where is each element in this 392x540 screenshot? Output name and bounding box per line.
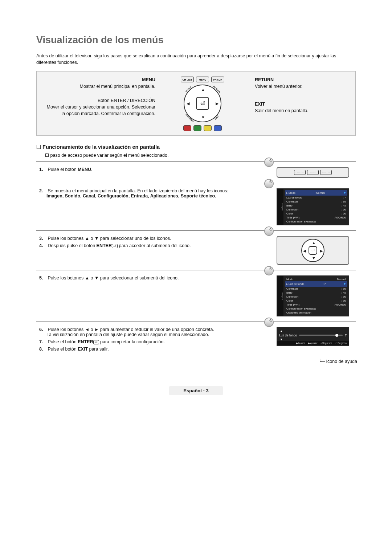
enter-glyph-icon: ⏎	[112, 244, 118, 248]
step-text: para salir.	[89, 347, 109, 352]
exit-desc: Salir del menú en pantalla.	[255, 108, 309, 113]
up-arrow-icon: ▲	[201, 87, 205, 92]
page-title: Visualización de los menús	[36, 34, 356, 48]
menu-label: MENU	[142, 77, 155, 82]
step-text: Pulse el botón	[48, 167, 78, 172]
step-text: Pulse los botones ▲ o ▼ para seleccionar…	[48, 236, 171, 241]
remote-thumbnail: CH LIST MENU FAV.CH	[277, 167, 349, 178]
menu-button-icon: MENU	[196, 77, 209, 82]
step-number: 3.	[39, 236, 46, 241]
osd-thumbnail: Imagen Modo: Normal▸ Luz de fondo: 7Cont…	[277, 275, 349, 316]
steps-table: 1. Pulse el botón MENU. ↻ CH LIST MENU F…	[36, 161, 356, 357]
step-number: 2.	[39, 188, 46, 193]
step-text: para acceder al submenú del icono.	[119, 243, 191, 248]
step-number: 8.	[39, 347, 46, 352]
page-footer: Español - 3	[169, 386, 223, 395]
return-desc: Volver al menú anterior.	[255, 84, 302, 89]
dpad-thumbnail: ⏎ ▲ ▼ ◀ ▶	[277, 236, 349, 265]
step-bold: ENTER	[78, 339, 93, 344]
dpad-icon: ⏎ ▲ ▼ ◀ ▶ TOOLS RETURN INTERNET EXIT	[184, 85, 221, 122]
red-button-icon	[183, 125, 191, 131]
chlist-button-icon: CH LIST	[181, 77, 194, 82]
remote-explainer-box: MENU Mostrar el menú principal en pantal…	[36, 71, 356, 136]
intro-text: Antes de utilizar el televisor, siga los…	[36, 53, 356, 66]
step-number: 6.	[39, 327, 46, 332]
enter-center-icon: ⏎	[196, 97, 209, 110]
step-number: 1.	[39, 167, 46, 172]
step-text: Se muestra el menú principal en la panta…	[48, 188, 228, 193]
step-bold: Imagen, Sonido, Canal, Configuración, En…	[46, 193, 216, 199]
step-text: .	[91, 167, 92, 172]
step-text: Pulse los botones ▲ o ▼ para seleccionar…	[48, 275, 179, 281]
down-arrow-icon: ▼	[201, 115, 205, 119]
enter-direction-label: Botón ENTER / DIRECCIÓN	[98, 98, 155, 103]
step-number: 4.	[39, 243, 46, 248]
blue-button-icon	[214, 125, 222, 131]
step-text: para completar la configuración.	[100, 339, 165, 344]
tools-corner-icon: TOOLS	[184, 85, 193, 94]
step-text: Después pulse el botón	[48, 243, 96, 248]
return-corner-icon: RETURN	[213, 85, 221, 94]
enter-direction-desc: Mover el cursor y seleccionar una opción…	[47, 105, 155, 116]
step-number: 5.	[39, 275, 46, 281]
return-label: RETURN	[255, 77, 274, 82]
subsection-heading: Funcionamiento de la visualización en pa…	[36, 144, 356, 150]
step-bold: ENTER	[97, 243, 112, 248]
exit-corner-icon: EXIT	[213, 114, 221, 122]
slider-thumbnail: ▲ Luz de fondo7 ▼ ◆ Mover◆ Ajustar⏎ Ingr…	[277, 327, 349, 346]
yellow-button-icon	[204, 125, 212, 131]
remote-diagram: CH LIST MENU FAV.CH ⏎ ▲ ▼ ◀ ▶ TOOLS RETU…	[173, 77, 232, 131]
step-bold: EXIT	[78, 347, 88, 352]
menu-desc: Mostrar el menú principal en pantalla.	[80, 84, 155, 89]
subsection-intro: El paso de acceso puede variar según el …	[45, 153, 356, 158]
green-button-icon	[193, 125, 201, 131]
step-bold: MENU	[78, 167, 91, 172]
step-text: La visualización en pantalla del ajuste …	[46, 332, 271, 337]
enter-glyph-icon: ⏎	[93, 340, 99, 344]
osd-thumbnail: Imagen ▸ Modo: NormalLuz de fondo: 7Cont…	[277, 188, 349, 225]
favch-button-icon: FAV.CH	[211, 77, 224, 82]
step-number: 7.	[39, 339, 46, 344]
right-arrow-icon: ▶	[216, 101, 219, 106]
exit-label: EXIT	[255, 102, 265, 107]
left-arrow-icon: ◀	[187, 101, 189, 106]
step-text: Pulse el botón	[48, 339, 78, 344]
step-text: Pulse el botón	[48, 347, 78, 352]
help-icon-label: └─ Icono de ayuda	[318, 359, 357, 364]
internet-corner-icon: INTERNET	[185, 114, 193, 122]
step-text: Pulse los botones ◄ o ► para aumentar o …	[48, 327, 214, 332]
